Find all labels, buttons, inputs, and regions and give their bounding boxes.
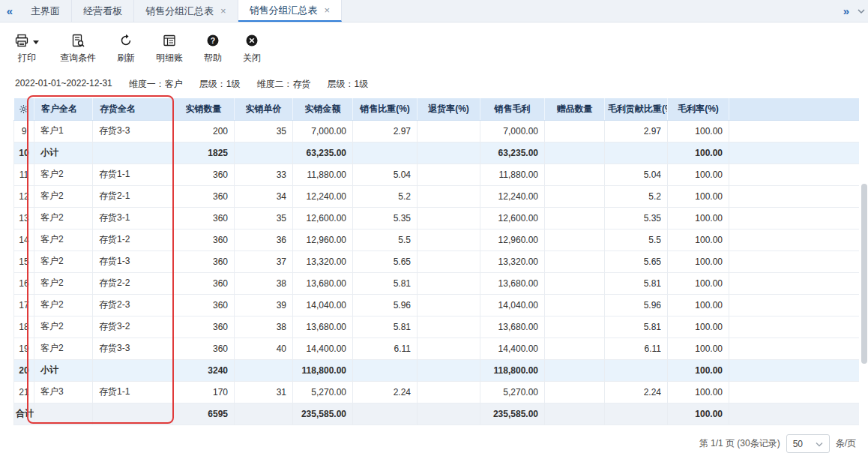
col-header-amount[interactable]: 实销金额 (293, 98, 353, 120)
row-number: 20 (14, 359, 34, 381)
cell: 100.00 (668, 207, 729, 229)
cell: 5,270.00 (480, 381, 545, 403)
cell: 客户2 (34, 207, 93, 229)
cell: 客户2 (34, 338, 93, 359)
cell (353, 142, 418, 164)
cell: 235,585.00 (480, 403, 545, 424)
row-number: 16 (14, 272, 34, 294)
col-header-sales-pct[interactable]: 销售比重(%) (353, 98, 418, 120)
tab-main[interactable]: 主界面 (19, 0, 72, 22)
cell: 13,680.00 (293, 316, 353, 338)
col-header-inventory[interactable]: 存货全名 (93, 98, 173, 120)
cell (545, 164, 605, 185)
cell: 存货1-2 (93, 229, 173, 250)
table-row[interactable]: 18客户2存货3-23603813,680.005.8113,680.005.8… (14, 316, 859, 338)
cell: 100.00 (668, 294, 729, 316)
tab-menu-icon[interactable] (856, 0, 868, 22)
query-conditions-button[interactable]: 查询条件 (60, 34, 96, 64)
tab-sales-group-report-1[interactable]: 销售分组汇总表 × (134, 0, 238, 22)
table-row[interactable]: 19客户2存货3-33604014,400.006.1114,400.006.1… (14, 338, 859, 359)
cell (418, 207, 480, 229)
cell: 5.04 (353, 164, 418, 185)
tabs-scroll-left-icon[interactable]: « (0, 0, 19, 22)
table-row[interactable]: 12客户2存货2-13603412,240.005.212,240.005.21… (14, 185, 859, 207)
table-body: 9客户1存货3-3200357,000.002.977,000.002.9710… (14, 120, 859, 424)
cell (545, 294, 605, 316)
cell (545, 381, 605, 403)
table-header-row: 客户全名 存货全名 实销数量 实销单价 实销金额 销售比重(%) 退货率(%) … (14, 98, 859, 120)
cell (418, 229, 480, 250)
close-button[interactable]: 关闭 (243, 34, 261, 64)
table-row-subtotal[interactable]: 10小计182563,235.0063,235.00100.00 (14, 142, 859, 164)
cell: 7,000.00 (480, 120, 545, 142)
cell: 存货3-2 (93, 316, 173, 338)
table-row-total[interactable]: 合计6595235,585.00235,585.00100.00 (14, 403, 859, 424)
table-row[interactable]: 21客户3存货1-1170315,270.002.245,270.002.241… (14, 381, 859, 403)
cell (418, 185, 480, 207)
col-header-gp-contribution[interactable]: 毛利贡献比重(% (605, 98, 668, 120)
tab-sales-group-report-2[interactable]: 销售分组汇总表 × (238, 0, 343, 22)
print-button[interactable]: 打印 (15, 34, 39, 64)
filler-cell (729, 229, 859, 250)
cell: 35 (235, 207, 293, 229)
page-size-select[interactable]: 50 (786, 434, 830, 453)
table-row-subtotal[interactable]: 20小计3240118,800.00118,800.00100.00 (14, 359, 859, 381)
col-header-qty[interactable]: 实销数量 (173, 98, 235, 120)
cell: 100.00 (668, 272, 729, 294)
table-row[interactable]: 11客户2存货1-13603311,880.005.0411,880.005.0… (14, 164, 859, 185)
cell: 12,240.00 (480, 185, 545, 207)
cell: 63,235.00 (480, 142, 545, 164)
col-header-gross-profit[interactable]: 销售毛利 (480, 98, 545, 120)
table-row[interactable]: 9客户1存货3-3200357,000.002.977,000.002.9710… (14, 120, 859, 142)
table-row[interactable]: 15客户2存货1-33603713,320.005.6513,320.005.6… (14, 250, 859, 272)
cell (353, 359, 418, 381)
column-settings-cell[interactable] (14, 98, 34, 120)
pagination: 第 1/1 页 (30条记录) 50 条/页 (699, 434, 856, 453)
cell (235, 359, 293, 381)
col-header-unit-price[interactable]: 实销单价 (235, 98, 293, 120)
table-row[interactable]: 13客户2存货3-13603512,600.005.3512,600.005.3… (14, 207, 859, 229)
cell: 360 (173, 164, 235, 185)
col-header-return-rate[interactable]: 退货率(%) (418, 98, 480, 120)
tab-label: 销售分组汇总表 (145, 4, 214, 18)
svg-text:?: ? (211, 35, 215, 44)
help-button[interactable]: ? 帮助 (204, 34, 222, 64)
gear-icon[interactable] (19, 104, 28, 114)
row-number: 15 (14, 250, 34, 272)
cell: 客户2 (34, 272, 93, 294)
cell: 1825 (173, 142, 235, 164)
cell (418, 403, 480, 424)
col-header-customer[interactable]: 客户全名 (34, 98, 93, 120)
vertical-scrollbar[interactable] (861, 184, 867, 364)
cell: 6.11 (605, 338, 668, 359)
tabs-scroll-right-icon[interactable]: » (837, 0, 856, 22)
cell: 小计 (34, 142, 93, 164)
query-conditions-icon (71, 34, 85, 50)
cell: 5.81 (605, 272, 668, 294)
tab-close-icon[interactable]: × (220, 6, 226, 16)
cell: 5.81 (605, 316, 668, 338)
tab-dashboard[interactable]: 经营看板 (72, 0, 134, 22)
cell: 37 (235, 250, 293, 272)
refresh-button[interactable]: 刷新 (117, 34, 135, 64)
cell: 34 (235, 185, 293, 207)
cell: 12,600.00 (293, 207, 353, 229)
cell (418, 164, 480, 185)
cell: 7,000.00 (293, 120, 353, 142)
cell: 客户1 (34, 120, 93, 142)
table-row[interactable]: 17客户2存货2-33603914,040.005.9614,040.005.9… (14, 294, 859, 316)
filler-cell (729, 207, 859, 229)
col-header-gross-margin[interactable]: 毛利率(%) (668, 98, 729, 120)
col-header-gift-qty[interactable]: 赠品数量 (545, 98, 605, 120)
cell: 存货3-3 (93, 120, 173, 142)
filler-cell (729, 403, 859, 424)
table-row[interactable]: 16客户2存货2-23603813,680.005.8113,680.005.8… (14, 272, 859, 294)
row-number: 21 (14, 381, 34, 403)
cell: 11,880.00 (480, 164, 545, 185)
tab-close-icon[interactable]: × (325, 5, 331, 15)
table-row[interactable]: 14客户2存货1-23603612,960.005.512,960.005.51… (14, 229, 859, 250)
cell: 存货1-1 (93, 164, 173, 185)
print-dropdown-icon[interactable] (33, 40, 39, 44)
detail-ledger-button[interactable]: 明细账 (156, 34, 183, 64)
print-label: 打印 (18, 52, 36, 64)
